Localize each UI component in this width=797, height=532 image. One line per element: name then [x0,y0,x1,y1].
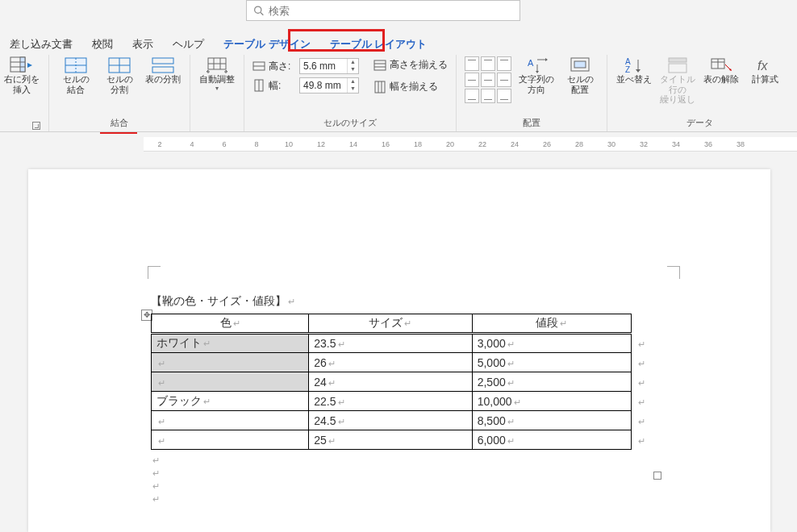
table-row[interactable]: ↵26↵5,000↵↵ [152,353,651,372]
sort-icon: AZ [622,56,646,74]
table-cell[interactable]: 25↵ [309,430,472,450]
row-height-input[interactable]: 5.6 mm▲▼ [299,58,359,74]
svg-marker-31 [536,71,539,73]
convert-to-text-icon [709,56,733,74]
document-page[interactable]: ✥ 【靴の色・サイズ・値段】↵ 色↵ サイズ↵ 値段↵ ホワイト↵23.5↵3,… [28,169,770,532]
svg-rect-33 [574,61,586,68]
align-bottom-left-button[interactable] [465,89,479,103]
formula-button[interactable]: fx 計算式 [746,56,783,85]
distribute-cols-button[interactable]: 幅を揃える [373,80,448,94]
dialog-launcher-icon[interactable] [32,122,40,130]
shoe-table[interactable]: 色↵ サイズ↵ 値段↵ ホワイト↵23.5↵3,000↵↵↵26↵5,000↵↵… [151,314,651,450]
svg-marker-37 [636,69,641,73]
align-middle-left-button[interactable] [465,73,479,87]
table-row[interactable]: ↵25↵6,000↵↵ [152,430,651,450]
tab-help[interactable]: ヘルプ [163,32,214,56]
svg-text:Z: Z [625,65,630,74]
table-cell[interactable]: ブラック↵ [152,392,309,411]
row-height-icon [252,60,265,73]
table-cell[interactable]: 23.5↵ [309,334,472,353]
table-row[interactable]: ↵24.5↵8,500↵↵ [152,411,651,430]
autofit-icon [205,56,229,74]
table-row[interactable]: ブラック↵22.5↵10,000↵↵ [152,392,651,411]
svg-text:A: A [528,58,534,68]
distribute-rows-label: 高さを揃える [390,58,448,72]
insert-column-right-button[interactable]: 右に列を挿入 [3,56,40,94]
align-middle-right-button[interactable] [497,73,511,87]
table-resize-handle[interactable] [653,472,661,480]
split-table-label: 表の分割 [145,74,181,85]
repeat-header-button[interactable]: タイトル行の繰り返し [659,56,696,105]
formula-label: 計算式 [752,74,778,85]
split-cells-icon [107,56,131,74]
alignment-group-label: 配置 [465,115,599,131]
merge-cells-button[interactable]: セルの結合 [57,56,94,94]
col-width-icon [252,79,265,92]
formula-icon: fx [753,56,777,74]
sort-button[interactable]: AZ 並べ替え [615,56,653,85]
table-cell[interactable]: 6,000↵ [472,430,631,450]
merge-cells-icon [64,56,88,74]
table-cell[interactable]: 24↵ [309,372,472,392]
svg-rect-26 [375,81,385,93]
distribute-rows-icon [373,59,386,72]
text-direction-icon: A [524,56,549,74]
margin-corner-icon [148,266,161,279]
align-top-center-button[interactable] [481,56,495,71]
search-box[interactable] [246,0,520,21]
align-bottom-right-button[interactable] [497,89,511,103]
cell-margins-button[interactable]: セルの配置 [561,56,599,94]
paragraph-mark-icon: ↵ [152,494,160,504]
align-bottom-center-button[interactable] [481,89,495,103]
svg-rect-3 [20,57,25,72]
text-direction-button[interactable]: A 文字列の方向 [518,56,555,94]
tab-mailings[interactable]: 差し込み文書 [0,32,82,56]
repeat-header-label: タイトル行の繰り返し [659,74,696,105]
header-size: サイズ [369,316,403,329]
table-cell[interactable]: ↵ [152,353,309,372]
table-cell[interactable]: 8,500↵ [472,411,631,430]
table-cell[interactable]: ↵ [152,430,309,450]
merge-cells-label: セルの結合 [63,74,90,94]
table-row[interactable]: ↵24↵2,500↵↵ [152,372,651,392]
convert-to-text-button[interactable]: 表の解除 [703,56,740,85]
align-top-left-button[interactable] [465,56,479,71]
header-price: 値段 [536,316,558,329]
table-cell[interactable]: ↵ [152,411,309,430]
svg-line-1 [261,12,263,15]
height-label: 高さ: [269,60,296,73]
svg-rect-14 [152,67,173,73]
search-input[interactable] [269,5,513,17]
table-cell[interactable]: 10,000↵ [472,392,631,411]
cell-margins-label: セルの配置 [567,74,594,94]
table-cell[interactable]: 2,500↵ [472,372,631,392]
split-table-button[interactable]: 表の分割 [144,56,182,85]
tab-view[interactable]: 表示 [123,32,163,56]
paragraph-mark-icon: ↵ [152,468,160,478]
convert-label: 表の解除 [703,74,739,85]
align-middle-center-button[interactable] [481,73,495,87]
width-label: 幅: [269,79,296,93]
svg-rect-23 [374,60,386,70]
tab-review[interactable]: 校閲 [82,32,123,56]
autofit-label: 自動調整 [199,74,235,85]
table-cell[interactable]: 24.5↵ [309,411,472,430]
distribute-rows-button[interactable]: 高さを揃える [373,58,448,72]
table-row[interactable]: ホワイト↵23.5↵3,000↵↵ [152,334,651,353]
svg-point-0 [255,6,261,13]
table-header-row[interactable]: 色↵ サイズ↵ 値段↵ [152,314,651,334]
table-cell[interactable]: 26↵ [309,353,472,372]
align-top-right-button[interactable] [497,56,511,71]
horizontal-ruler[interactable]: 2468101214161820222426283032343638 [144,137,797,152]
autofit-button[interactable]: 自動調整 ▾ [198,56,236,92]
table-cell[interactable]: ホワイト↵ [152,334,309,353]
table-cell[interactable]: ↵ [152,372,309,392]
table-cell[interactable]: 22.5↵ [309,392,472,411]
col-width-input[interactable]: 49.8 mm▲▼ [299,77,359,94]
paragraph-mark-icon: ↵ [152,481,160,491]
cell-margins-icon [568,56,592,74]
split-cells-button[interactable]: セルの分割 [101,56,138,94]
highlight-tab-layout [288,29,385,52]
table-cell[interactable]: 3,000↵ [472,334,631,353]
table-cell[interactable]: 5,000↵ [472,353,631,372]
